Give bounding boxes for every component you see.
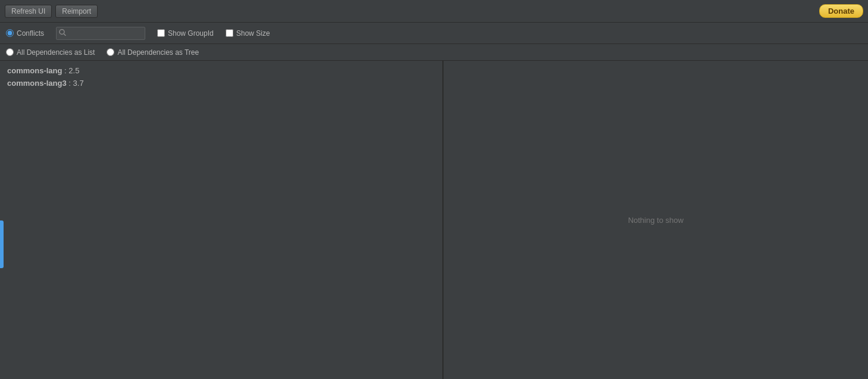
- show-size-checkbox[interactable]: [226, 29, 233, 37]
- refresh-ui-button[interactable]: Refresh UI: [5, 5, 52, 18]
- donate-button[interactable]: Donate: [819, 4, 863, 18]
- conflicts-radio-item[interactable]: Conflicts: [6, 29, 44, 38]
- show-groupid-checkbox[interactable]: [157, 29, 165, 37]
- list-item[interactable]: commons-lang3 : 3.7: [5, 77, 438, 89]
- all-deps-tree-radio-item[interactable]: All Dependencies as Tree: [107, 48, 199, 57]
- toolbar: Refresh UI Reimport Donate: [0, 0, 868, 23]
- all-deps-list-radio-item[interactable]: All Dependencies as List: [6, 48, 95, 57]
- reimport-button[interactable]: Reimport: [55, 5, 98, 18]
- svg-point-0: [60, 29, 64, 34]
- all-deps-tree-radio[interactable]: [107, 48, 114, 56]
- right-panel: Nothing to show: [444, 61, 868, 379]
- main-content: commons-lang : 2.5 commons-lang3 : 3.7 N…: [0, 61, 868, 379]
- show-groupid-label: Show GroupId: [168, 29, 214, 38]
- search-input[interactable]: [56, 27, 145, 40]
- dep-name: commons-lang: [7, 66, 62, 75]
- all-deps-list-label: All Dependencies as List: [17, 48, 95, 57]
- show-size-label: Show Size: [236, 29, 270, 38]
- left-panel: commons-lang : 2.5 commons-lang3 : 3.7: [0, 61, 444, 379]
- conflicts-radio[interactable]: [6, 29, 14, 37]
- conflicts-label: Conflicts: [17, 29, 44, 38]
- all-deps-list-radio[interactable]: [6, 48, 14, 56]
- left-accent: [0, 220, 4, 268]
- search-icon: [59, 29, 66, 38]
- search-wrapper: [56, 27, 145, 40]
- dep-name: commons-lang3: [7, 79, 67, 88]
- options-row: All Dependencies as List All Dependencie…: [0, 44, 868, 61]
- filter-bar: Conflicts Show GroupId Show Size: [0, 23, 868, 44]
- svg-line-1: [64, 34, 66, 36]
- show-groupid-checkbox-item[interactable]: Show GroupId: [157, 29, 214, 38]
- all-deps-tree-label: All Dependencies as Tree: [117, 48, 199, 57]
- toolbar-left: Refresh UI Reimport: [5, 5, 98, 18]
- list-item[interactable]: commons-lang : 2.5: [5, 64, 438, 77]
- dep-version: : 2.5: [64, 66, 79, 75]
- nothing-to-show-label: Nothing to show: [628, 216, 683, 225]
- dep-version: : 3.7: [68, 79, 83, 88]
- show-size-checkbox-item[interactable]: Show Size: [226, 29, 270, 38]
